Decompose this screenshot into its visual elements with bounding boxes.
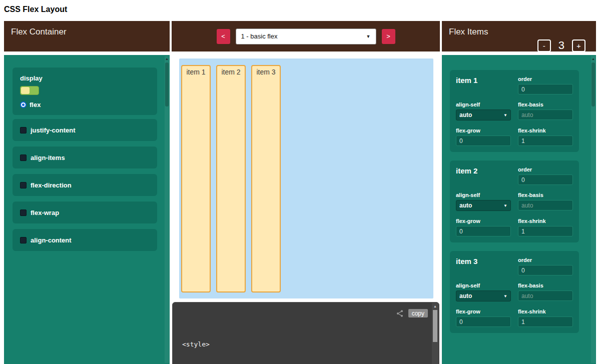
flex-shrink-input[interactable] <box>518 136 573 146</box>
scrollbar-thumb[interactable] <box>591 62 595 106</box>
flex-basis-label: flex-basis <box>518 282 573 288</box>
flex-grow-input[interactable] <box>456 136 511 146</box>
code-toolbar: copy <box>396 309 428 318</box>
next-demo-button[interactable]: > <box>382 29 395 44</box>
align-self-select[interactable]: auto ▼ <box>456 200 511 211</box>
display-card: display flex <box>13 68 157 115</box>
flex-basis-input[interactable] <box>518 200 573 210</box>
option-card-flex-direction: flex-direction <box>13 174 157 196</box>
preview-panel: < 1 - basic flex ▼ > item 1 item 2 item … <box>172 21 440 364</box>
order-field: order <box>518 257 573 276</box>
flex-direction-checkbox[interactable] <box>20 182 27 188</box>
flex-preview-item: item 3 <box>251 65 281 292</box>
flex-shrink-label: flex-shrink <box>518 308 573 314</box>
flex-shrink-input[interactable] <box>518 316 573 327</box>
flex-wrap-checkbox[interactable] <box>20 210 27 216</box>
align-self-select[interactable]: auto ▼ <box>456 290 511 302</box>
item-card: item 3 order align-self auto ▼ flex-basi… <box>450 251 579 333</box>
item-card-title-cell: item 2 <box>456 166 511 185</box>
order-field: order <box>518 76 573 94</box>
flex-container-scrollbar[interactable]: ▲ <box>165 56 169 363</box>
flex-shrink-field: flex-shrink <box>518 128 573 146</box>
code-scrollbar[interactable]: ▲ <box>432 303 438 364</box>
scroll-up-icon[interactable]: ▲ <box>432 303 438 308</box>
flex-preview-item: item 1 <box>181 65 211 292</box>
flex-shrink-input[interactable] <box>518 226 573 236</box>
prev-demo-button[interactable]: < <box>217 29 230 44</box>
align-content-checkbox[interactable] <box>20 237 27 244</box>
remove-item-button[interactable]: - <box>537 40 551 52</box>
item-count-controls: - 3 + <box>537 39 585 52</box>
align-self-field: align-self auto ▼ <box>456 282 511 302</box>
align-self-value: auto <box>459 292 472 300</box>
flex-grow-input[interactable] <box>456 316 511 327</box>
preview-header: < 1 - basic flex ▼ > <box>172 21 440 52</box>
scrollbar-thumb[interactable] <box>165 62 169 106</box>
radio-dot-icon <box>22 104 25 106</box>
order-label: order <box>518 166 573 172</box>
page-title: CSS Flex Layout <box>4 5 67 14</box>
flex-shrink-field: flex-shrink <box>518 218 573 236</box>
flex-container-panel: Flex Container ▲ display flex justify-co… <box>4 21 170 364</box>
align-self-label: align-self <box>456 192 511 198</box>
align-self-field: align-self auto ▼ <box>456 102 511 120</box>
demo-select-value: 1 - basic flex <box>241 32 278 40</box>
option-label: flex-direction <box>31 182 72 189</box>
align-self-value: auto <box>459 112 472 118</box>
order-label: order <box>518 257 573 263</box>
share-icon[interactable] <box>396 310 404 318</box>
order-input[interactable] <box>518 265 573 276</box>
flex-items-panel: Flex Items - 3 + ▲ item 1 order align-se… <box>442 21 596 364</box>
item-card: item 2 order align-self auto ▼ flex-basi… <box>450 160 579 242</box>
align-items-checkbox[interactable] <box>20 154 27 161</box>
add-item-button[interactable]: + <box>572 40 585 52</box>
flex-radio[interactable] <box>20 102 27 108</box>
demo-select[interactable]: 1 - basic flex ▼ <box>236 28 376 44</box>
option-label: align-items <box>31 154 65 162</box>
flex-basis-field: flex-basis <box>518 102 573 120</box>
flex-grow-field: flex-grow <box>456 218 511 236</box>
display-toggle[interactable] <box>20 86 39 95</box>
justify-content-checkbox[interactable] <box>20 127 27 134</box>
flex-basis-input[interactable] <box>518 290 573 301</box>
option-label: justify-content <box>31 126 76 134</box>
item-count: 3 <box>558 39 564 52</box>
preview-body: item 1 item 2 item 3 copy <style> .flex-… <box>172 55 440 364</box>
flex-grow-label: flex-grow <box>456 308 511 314</box>
align-self-field: align-self auto ▼ <box>456 192 511 211</box>
order-input[interactable] <box>518 174 573 185</box>
display-label: display <box>20 74 150 82</box>
flex-radio-row: flex <box>20 101 150 108</box>
flex-preview-item: item 2 <box>216 65 246 292</box>
flex-grow-label: flex-grow <box>456 128 511 134</box>
option-card-flex-wrap: flex-wrap <box>13 202 157 224</box>
item-card-title: item 1 <box>456 76 477 84</box>
flex-items-scrollbar[interactable]: ▲ <box>591 56 595 363</box>
scroll-up-icon[interactable]: ▲ <box>591 56 595 60</box>
flex-basis-input[interactable] <box>518 110 573 120</box>
order-field: order <box>518 166 573 185</box>
item-card-title-cell: item 1 <box>456 76 511 94</box>
flex-preview-container: item 1 item 2 item 3 <box>179 58 433 298</box>
flex-grow-input[interactable] <box>456 226 511 236</box>
code-area: <style> .flex-container { display: flex; <box>182 320 439 364</box>
copy-button[interactable]: copy <box>408 309 428 318</box>
flex-grow-label: flex-grow <box>456 218 511 224</box>
code-panel: copy <style> .flex-container { display: … <box>172 302 439 364</box>
align-self-select[interactable]: auto ▼ <box>456 110 511 120</box>
flex-container-body: ▲ display flex justify-content align-ite… <box>4 55 170 364</box>
flex-basis-label: flex-basis <box>518 102 573 108</box>
flex-items-body: ▲ item 1 order align-self auto ▼ flex-ba… <box>442 55 596 364</box>
align-self-value: auto <box>459 202 472 209</box>
option-label: align-content <box>31 236 72 244</box>
scrollbar-thumb[interactable] <box>433 310 437 342</box>
flex-shrink-field: flex-shrink <box>518 308 573 327</box>
item-card-title: item 2 <box>456 166 477 175</box>
order-input[interactable] <box>518 84 573 94</box>
order-label: order <box>518 76 573 82</box>
scroll-up-icon[interactable]: ▲ <box>165 56 169 60</box>
flex-container-title: Flex Container <box>11 27 67 37</box>
flex-grow-field: flex-grow <box>456 128 511 146</box>
item-card-title: item 3 <box>456 257 477 266</box>
flex-shrink-label: flex-shrink <box>518 218 573 224</box>
